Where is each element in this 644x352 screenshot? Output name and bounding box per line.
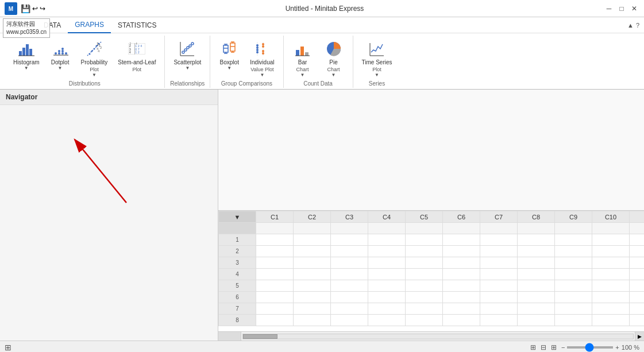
bar-chart-button[interactable]: Bar Chart ▼ (288, 38, 317, 79)
grid-cell[interactable] (443, 280, 480, 292)
tab-graphs[interactable]: GRAPHS (68, 17, 111, 33)
grid-cell[interactable] (480, 234, 518, 246)
grid-cell[interactable] (368, 257, 406, 269)
grid-cell[interactable] (592, 280, 630, 292)
grid-cell[interactable] (443, 246, 480, 257)
probability-plot-button[interactable]: 1 . 1 4 2 4 Probability Plot ▼ (77, 38, 112, 79)
grid-cell[interactable] (630, 280, 645, 292)
grid-cell[interactable] (443, 234, 480, 246)
dotplot-button[interactable]: Dotplot ▼ (46, 38, 75, 72)
histogram-button[interactable]: Histogram ▼ (9, 38, 44, 72)
grid-cell[interactable] (443, 315, 480, 326)
individual-value-plot-button[interactable]: Individual Value Plot ▼ (246, 38, 278, 79)
grid-cell[interactable] (256, 234, 294, 246)
grid-cell[interactable] (406, 234, 443, 246)
grid-cell[interactable] (630, 303, 645, 315)
status-grid-medium-icon[interactable]: ⊟ (541, 343, 546, 351)
grid-cell[interactable] (518, 280, 555, 292)
grid-cell[interactable] (630, 315, 645, 326)
grid-cell[interactable] (480, 269, 518, 280)
grid-cell[interactable] (294, 303, 331, 315)
grid-cell[interactable] (592, 292, 630, 303)
grid-cell[interactable] (406, 280, 443, 292)
grid-cell[interactable] (331, 280, 368, 292)
h-scroll-right[interactable]: ▶ (635, 332, 644, 341)
grid-cell[interactable] (443, 303, 480, 315)
grid-cell[interactable] (518, 303, 555, 315)
grid-cell[interactable] (555, 257, 592, 269)
grid-cell[interactable] (480, 257, 518, 269)
zoom-in-icon[interactable]: + (615, 344, 619, 351)
collapse-ribbon-button[interactable]: ▲ (627, 22, 634, 29)
grid-cell[interactable] (331, 246, 368, 257)
stem-leaf-button[interactable]: 2 3 4 1 2 4 0 7 1 2 2 4 Stem-and-Leaf (114, 38, 160, 74)
undo-icon[interactable]: ↩ (32, 5, 38, 13)
help-button[interactable]: ? (636, 22, 639, 29)
col-sub-c2[interactable] (294, 223, 331, 234)
tab-home[interactable]: HOME (2, 17, 37, 33)
grid-cell[interactable] (256, 303, 294, 315)
h-scroll-track[interactable] (242, 334, 634, 339)
grid-cell[interactable] (518, 269, 555, 280)
grid-cell[interactable] (368, 246, 406, 257)
grid-cell[interactable] (592, 269, 630, 280)
grid-cell[interactable] (443, 269, 480, 280)
grid-cell[interactable] (480, 246, 518, 257)
grid-cell[interactable] (630, 269, 645, 280)
grid-cell[interactable] (480, 303, 518, 315)
grid-cell[interactable] (294, 269, 331, 280)
col-sub-c4[interactable] (368, 223, 406, 234)
grid-cell[interactable] (555, 303, 592, 315)
grid-cell[interactable] (555, 280, 592, 292)
maximize-button[interactable]: □ (616, 3, 627, 14)
status-grid-icon[interactable]: ⊞ (5, 343, 11, 352)
grid-cell[interactable] (294, 315, 331, 326)
grid-cell[interactable] (406, 246, 443, 257)
grid-cell[interactable] (331, 303, 368, 315)
grid-cell[interactable] (331, 257, 368, 269)
grid-cell[interactable] (592, 303, 630, 315)
grid-cell[interactable] (256, 246, 294, 257)
redo-icon[interactable]: ↪ (40, 5, 45, 13)
grid-cell[interactable] (592, 246, 630, 257)
h-scroll-thumb[interactable] (243, 334, 277, 339)
col-sub-c3[interactable] (331, 223, 368, 234)
grid-cell[interactable] (294, 257, 331, 269)
grid-cell[interactable] (256, 269, 294, 280)
time-series-plot-button[interactable]: Time Series Plot ▼ (358, 38, 396, 79)
grid-cell[interactable] (256, 280, 294, 292)
grid-cell[interactable] (331, 315, 368, 326)
grid-cell[interactable] (294, 280, 331, 292)
grid-cell[interactable] (518, 257, 555, 269)
col-sub-c8[interactable] (518, 223, 555, 234)
grid-cell[interactable] (555, 315, 592, 326)
grid-cell[interactable] (331, 292, 368, 303)
status-grid-small-icon[interactable]: ⊞ (530, 343, 536, 351)
grid-cell[interactable] (406, 315, 443, 326)
filter-icon[interactable]: ▼ (234, 214, 241, 221)
close-button[interactable]: ✕ (629, 3, 639, 14)
grid-cell[interactable] (592, 257, 630, 269)
grid-cell[interactable] (331, 269, 368, 280)
grid-cell[interactable] (294, 234, 331, 246)
grid-cell[interactable] (256, 292, 294, 303)
grid-cell[interactable] (368, 234, 406, 246)
col-sub-c6[interactable] (443, 223, 480, 234)
col-sub-c7[interactable] (480, 223, 518, 234)
grid-cell[interactable] (630, 292, 645, 303)
col-sub-c5[interactable] (406, 223, 443, 234)
scatterplot-button[interactable]: Scatterplot ▼ (169, 38, 205, 72)
grid-cell[interactable] (518, 292, 555, 303)
col-sub-c10[interactable] (592, 223, 630, 234)
grid-cell[interactable] (630, 246, 645, 257)
grid-cell[interactable] (368, 315, 406, 326)
tab-statistics[interactable]: STATISTICS (111, 17, 164, 33)
grid-cell[interactable] (406, 269, 443, 280)
grid-cell[interactable] (555, 234, 592, 246)
grid-cell[interactable] (443, 292, 480, 303)
status-grid-large-icon[interactable]: ⊞ (551, 343, 557, 351)
grid-cell[interactable] (480, 280, 518, 292)
zoom-slider[interactable] (567, 346, 613, 349)
grid-cell[interactable] (406, 257, 443, 269)
grid-cell[interactable] (368, 280, 406, 292)
